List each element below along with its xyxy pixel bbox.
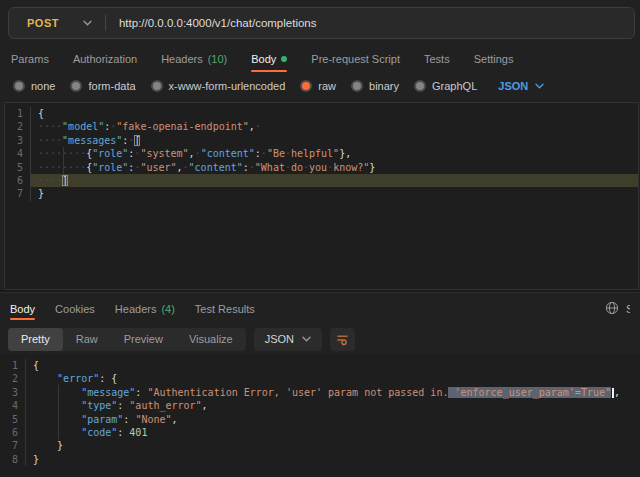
response-language-dropdown[interactable]: JSON xyxy=(254,328,322,351)
code-line[interactable]: 6 "code": 401 xyxy=(0,426,640,439)
tab-tests[interactable]: Tests xyxy=(424,46,450,72)
code-line[interactable]: 5 "param": "None", xyxy=(0,413,640,426)
code-token: · xyxy=(255,121,261,132)
code-token: : xyxy=(123,414,135,425)
view-tab-raw[interactable]: Raw xyxy=(63,328,111,351)
code-text: } xyxy=(26,453,640,466)
code-token: "Authentication Error, 'user' param not … xyxy=(147,387,448,398)
url-input[interactable]: POST http://0.0.0.0:4000/v1/chat/complet… xyxy=(8,7,635,39)
response-tab-body[interactable]: Body xyxy=(10,293,35,324)
globe-icon[interactable] xyxy=(605,301,619,317)
tab-authorization[interactable]: Authorization xyxy=(73,46,137,72)
body-type-row: noneform-datax-www-form-urlencodedrawbin… xyxy=(0,72,640,100)
tab-body[interactable]: Body xyxy=(251,46,287,72)
code-line[interactable]: 4 "type": "auth_error", xyxy=(0,399,640,412)
line-number: 6 xyxy=(5,174,31,187)
line-number: 7 xyxy=(0,439,26,452)
code-token: "role" xyxy=(92,148,128,159)
code-token: }, xyxy=(339,148,351,159)
code-token: do xyxy=(291,162,303,173)
tab-headers[interactable]: Headers(10) xyxy=(161,46,227,72)
code-token: ] xyxy=(62,175,68,186)
response-tabs: BodyCookiesHeaders(4)Test Results xyxy=(10,293,255,324)
wrap-text-button[interactable] xyxy=(330,328,355,351)
body-type-graphql[interactable]: GraphQL xyxy=(414,80,477,92)
response-toolbar: PrettyRawPreviewVisualize JSON xyxy=(0,324,640,354)
line-number: 7 xyxy=(5,187,31,200)
view-tab-preview[interactable]: Preview xyxy=(111,328,176,351)
code-line[interactable]: 4········{"role":·"system",·"content":·"… xyxy=(5,147,638,160)
request-body-editor[interactable]: 1{2····"model":·"fake-openai-endpoint",·… xyxy=(4,102,639,290)
body-type-x-www-form-urlencoded[interactable]: x-www-form-urlencoded xyxy=(151,80,286,92)
body-type-raw[interactable]: raw xyxy=(300,80,336,92)
response-tab-test-results[interactable]: Test Results xyxy=(195,293,255,324)
code-line[interactable]: 8} xyxy=(0,453,640,466)
code-line[interactable]: 3····"messages":·[ xyxy=(5,134,638,147)
response-tab-cookies[interactable]: Cookies xyxy=(55,293,95,324)
code-token: : xyxy=(117,427,129,438)
tab-pre-request-script[interactable]: Pre-request Script xyxy=(311,46,400,72)
response-tab-headers[interactable]: Headers(4) xyxy=(115,293,175,324)
line-number: 2 xyxy=(5,120,31,133)
view-tab-pretty[interactable]: Pretty xyxy=(8,328,63,351)
tab-label: Test Results xyxy=(195,303,255,315)
code-text: } xyxy=(31,187,638,200)
code-line[interactable]: 1{ xyxy=(5,107,638,120)
response-language-label: JSON xyxy=(265,333,294,345)
body-type-none[interactable]: none xyxy=(13,80,55,92)
tab-settings[interactable]: Settings xyxy=(474,46,514,72)
code-text: "param": "None", xyxy=(26,413,640,426)
line-number: 4 xyxy=(5,147,31,160)
unsaved-dot-icon xyxy=(281,56,287,62)
code-text: "code": 401 xyxy=(26,426,640,439)
code-token: "content" xyxy=(189,162,243,173)
code-token xyxy=(33,373,57,384)
indent-guide xyxy=(63,147,64,174)
chevron-down-icon[interactable] xyxy=(83,20,92,26)
code-line[interactable]: 2····"model":·"fake-openai-endpoint",· xyxy=(5,120,638,133)
wrap-text-icon xyxy=(335,332,350,347)
view-tab-visualize[interactable]: Visualize xyxy=(176,328,246,351)
line-number: 6 xyxy=(0,426,26,439)
code-token: { xyxy=(38,108,44,119)
tab-label: Cookies xyxy=(55,303,95,315)
status-text-clipped: S xyxy=(626,303,630,315)
code-line[interactable]: 6····] xyxy=(5,174,638,187)
response-body-editor[interactable]: 1{2 "error": {3 "message": "Authenticati… xyxy=(0,354,640,475)
tab-label: Pre-request Script xyxy=(311,53,400,65)
tab-params[interactable]: Params xyxy=(11,46,49,72)
code-token: helpful" xyxy=(291,148,339,159)
code-line[interactable]: 7} xyxy=(5,187,638,200)
code-line[interactable]: 2 "error": { xyxy=(0,372,640,385)
code-token: ···· xyxy=(38,175,62,186)
code-token: "error" xyxy=(57,373,99,384)
code-line[interactable]: 1{ xyxy=(0,359,640,372)
code-text: ····"model":·"fake-openai-endpoint",· xyxy=(31,120,638,133)
code-token: 401 xyxy=(129,427,147,438)
code-line[interactable]: 7 } xyxy=(0,439,640,452)
raw-language-dropdown[interactable]: JSON xyxy=(498,80,544,92)
raw-language-label: JSON xyxy=(498,80,528,92)
radio-label: x-www-form-urlencoded xyxy=(169,80,286,92)
response-tabs-row: BodyCookiesHeaders(4)Test Results S xyxy=(0,293,640,324)
code-token: "messages" xyxy=(62,135,122,146)
code-line[interactable]: 3 "message": "Authentication Error, 'use… xyxy=(0,386,640,399)
request-url[interactable]: http://0.0.0.0:4000/v1/chat/completions xyxy=(119,17,317,29)
request-tabs: ParamsAuthorizationHeaders(10)BodyPre-re… xyxy=(0,46,640,72)
code-token: "fake-openai-endpoint" xyxy=(116,121,248,132)
code-token: "param" xyxy=(81,414,123,425)
code-text: ········{"role":·"system",·"content":·"B… xyxy=(31,147,638,160)
code-token: : xyxy=(117,400,129,411)
code-line[interactable]: 5········{"role":·"user",·"content":·"Wh… xyxy=(5,161,638,174)
chevron-down-icon xyxy=(535,83,544,89)
body-type-binary[interactable]: binary xyxy=(351,80,399,92)
line-number: 2 xyxy=(0,372,26,385)
body-type-form-data[interactable]: form-data xyxy=(70,80,135,92)
line-number: 1 xyxy=(0,359,26,372)
line-number: 5 xyxy=(0,413,26,426)
code-text: } xyxy=(26,439,640,452)
code-token: "auth_error" xyxy=(129,400,201,411)
method-selector[interactable]: POST xyxy=(27,17,59,29)
code-token: know?" xyxy=(333,162,369,173)
code-token: "message" xyxy=(81,387,135,398)
